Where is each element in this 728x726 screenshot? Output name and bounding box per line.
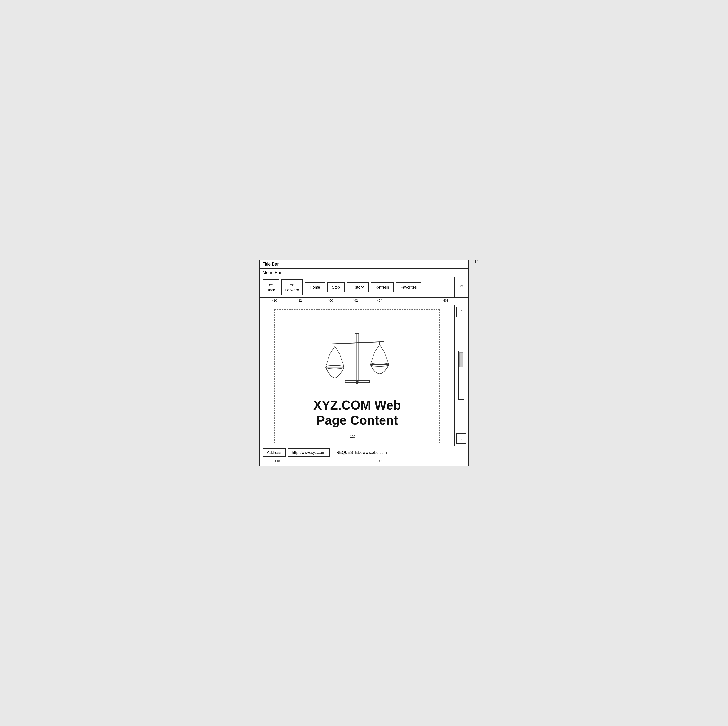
main-area: XYZ.COM Web Page Content 120 ⇑ ⇓	[260, 305, 468, 446]
title-bar: Title Bar	[260, 260, 468, 269]
address-label-text: Address	[267, 450, 281, 455]
scroll-down-button[interactable]: ⇓	[456, 433, 466, 444]
ref-400: 400	[328, 299, 333, 302]
stop-label: Stop	[332, 285, 340, 289]
status-bar: Address http://www.xyz.com REQUESTED: ww…	[260, 446, 468, 459]
url-text: http://www.xyz.com	[292, 450, 325, 455]
requested-area: REQUESTED: www.abc.com	[332, 449, 465, 456]
ref-414-label: 414	[473, 260, 478, 263]
stop-button[interactable]: Stop	[327, 282, 345, 293]
title-bar-text: Title Bar	[263, 262, 278, 267]
address-label: Address	[263, 449, 286, 457]
browser-window: Title Bar Menu Bar ⇐ Back ⇒ Forward	[259, 260, 469, 466]
history-label: History	[352, 285, 364, 289]
svg-line-10	[379, 345, 384, 352]
forward-arrow-icon: ⇒	[290, 282, 294, 287]
ref-410: 410	[272, 299, 277, 302]
favorites-button[interactable]: Favorites	[396, 282, 422, 293]
svg-line-8	[335, 346, 340, 354]
scrollbar: ⇑ ⇓	[454, 305, 468, 446]
svg-line-13	[340, 354, 344, 367]
refresh-label: Refresh	[375, 285, 389, 289]
ref-118: 118	[275, 459, 280, 463]
content-area: XYZ.COM Web Page Content 120	[260, 305, 454, 446]
scroll-thumb[interactable]	[459, 352, 463, 367]
home-label: Home	[310, 285, 320, 289]
ref-416: 416	[377, 459, 382, 463]
ref-408: 408	[443, 299, 448, 302]
svg-line-9	[375, 345, 379, 352]
scales-of-justice-image	[316, 317, 399, 395]
statusbar-annotations: 118 416	[260, 459, 468, 466]
ref-120-label: 120	[350, 435, 355, 438]
address-url-display[interactable]: http://www.xyz.com	[288, 449, 330, 457]
ref-412: 412	[297, 299, 302, 302]
scroll-up-button[interactable]: ⇑	[456, 306, 466, 317]
menu-bar-text: Menu Bar	[263, 270, 281, 275]
webpage-content-title: XYZ.COM Web Page Content	[314, 398, 401, 428]
scroll-track	[458, 351, 465, 400]
forward-label: Forward	[285, 288, 299, 293]
home-button[interactable]: Home	[305, 282, 325, 293]
upload-arrow-icon: ⇑	[459, 283, 464, 291]
requested-text: REQUESTED: www.abc.com	[336, 450, 387, 455]
back-label: Back	[266, 288, 275, 293]
refresh-button[interactable]: Refresh	[370, 282, 394, 293]
back-arrow-icon: ⇐	[269, 282, 273, 287]
toolbar: ⇐ Back ⇒ Forward Home Stop Histo	[260, 277, 454, 297]
svg-line-12	[326, 354, 330, 367]
ref-404: 404	[377, 299, 382, 302]
webpage-line2: Page Content	[316, 413, 398, 427]
svg-line-15	[370, 352, 375, 365]
toolbar-annotations: 410 412 400 402 404 408	[260, 298, 468, 305]
ref-402: 402	[353, 299, 358, 302]
upload-button[interactable]: ⇑	[454, 277, 468, 297]
forward-button[interactable]: ⇒ Forward	[281, 279, 303, 295]
menu-bar: Menu Bar	[260, 269, 468, 277]
svg-line-16	[384, 352, 389, 365]
webpage-line1: XYZ.COM Web	[314, 398, 401, 412]
outer-wrapper: 414 Title Bar Menu Bar ⇐ Back ⇒ Forward	[259, 260, 469, 466]
history-button[interactable]: History	[347, 282, 369, 293]
svg-line-7	[330, 346, 335, 354]
favorites-label: Favorites	[401, 285, 417, 289]
back-button[interactable]: ⇐ Back	[263, 279, 279, 295]
webpage-box: XYZ.COM Web Page Content	[274, 309, 440, 443]
